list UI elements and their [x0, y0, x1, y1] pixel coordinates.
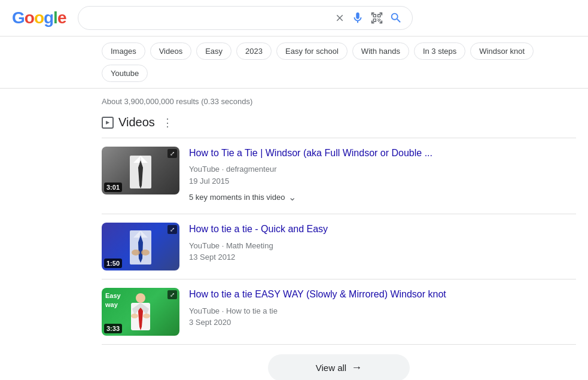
videos-header: Videos ⋮ [102, 115, 576, 129]
video-source-2: YouTube · Math Meeting [189, 240, 576, 252]
video-item-1: 3:01 ⤢ How to Tie a Tie | Windsor (aka F… [102, 138, 576, 214]
expand-icon-3[interactable]: ⤢ [167, 290, 177, 299]
video-title-3[interactable]: How to tie a tie EASY WAY (Slowly & Mirr… [189, 288, 576, 301]
video-item-3: Easyway 3:33 ⤢ How to tie a tie EASY WAY… [102, 279, 576, 344]
key-moments-chevron: ⌄ [288, 191, 296, 203]
video-thumb-3[interactable]: Easyway 3:33 ⤢ [102, 288, 179, 336]
logo-e: e [57, 8, 66, 28]
logo-g2: g [44, 8, 53, 28]
svg-point-9 [132, 250, 140, 256]
expand-icon-1[interactable]: ⤢ [167, 149, 177, 158]
view-all-arrow-icon: → [351, 361, 362, 374]
filters-bar: Images Videos Easy 2023 Easy for school … [0, 37, 588, 89]
video-source-1: YouTube · defragmenteur [189, 163, 576, 175]
videos-more-icon[interactable]: ⋮ [162, 116, 173, 129]
filter-images[interactable]: Images [102, 42, 145, 60]
view-all-button[interactable]: View all → [268, 354, 410, 380]
clear-button[interactable] [334, 13, 345, 23]
svg-point-10 [141, 250, 150, 256]
key-moments[interactable]: 5 key moments in this video ⌄ [189, 187, 576, 205]
video-section-icon [102, 117, 114, 129]
video-duration-1: 3:01 [104, 183, 122, 192]
filter-windsor-knot[interactable]: Windsor knot [470, 42, 534, 60]
video-date-1: 19 Jul 2015 [189, 175, 576, 187]
video-duration-3: 3:33 [104, 324, 122, 333]
filter-videos[interactable]: Videos [150, 42, 192, 60]
logo-o2: o [34, 8, 44, 28]
image-search-button[interactable] [370, 11, 383, 25]
expand-icon-2[interactable]: ⤢ [167, 225, 177, 234]
search-button[interactable] [389, 11, 403, 25]
filter-in-3-steps[interactable]: In 3 steps [414, 42, 465, 60]
search-input[interactable]: how to tie a tie [88, 13, 328, 23]
logo-o1: o [25, 8, 34, 28]
key-moments-text: 5 key moments in this video [189, 193, 285, 202]
video-title-2[interactable]: How to tie a tie - Quick and Easy [189, 223, 576, 236]
video-duration-2: 1:50 [104, 259, 122, 268]
video-meta-3: YouTube · How to tie a tie 3 Sept 2020 [189, 305, 576, 329]
filter-with-hands[interactable]: With hands [352, 42, 409, 60]
svg-point-17 [143, 314, 150, 318]
google-logo: G o o g l e [12, 8, 66, 28]
video-thumb-1[interactable]: 3:01 ⤢ [102, 147, 179, 194]
video-info-1: How to Tie a Tie | Windsor (aka Full Win… [189, 147, 576, 205]
video-meta-1: YouTube · defragmenteur 19 Jul 2015 [189, 163, 576, 187]
logo-g: G [12, 8, 25, 28]
svg-point-16 [131, 314, 138, 318]
video-item-2: 1:50 ⤢ How to tie a tie - Quick and Easy… [102, 214, 576, 279]
view-all-label: View all [316, 363, 346, 373]
svg-point-11 [136, 293, 145, 303]
video-info-2: How to tie a tie - Quick and Easy YouTub… [189, 223, 576, 263]
voice-search-button[interactable] [351, 11, 364, 25]
filter-2023[interactable]: 2023 [236, 42, 272, 60]
view-all-section: View all → [102, 344, 576, 380]
filter-easy-for-school[interactable]: Easy for school [276, 42, 348, 60]
videos-section-title: Videos [118, 115, 155, 129]
filter-easy[interactable]: Easy [196, 42, 231, 60]
search-icons [334, 11, 403, 25]
video-date-3: 3 Sept 2020 [189, 317, 576, 329]
video-meta-2: YouTube · Math Meeting 13 Sept 2012 [189, 240, 576, 263]
search-bar: how to tie a tie [78, 6, 413, 30]
video-source-3: YouTube · How to tie a tie [189, 305, 576, 317]
video-title-1[interactable]: How to Tie a Tie | Windsor (aka Full Win… [189, 147, 576, 160]
results-area: About 3,900,000,000 results (0.33 second… [0, 89, 588, 380]
filter-youtube[interactable]: Youtube [102, 65, 148, 82]
video-date-2: 13 Sept 2012 [189, 251, 576, 263]
easy-way-label: Easyway [105, 291, 121, 309]
video-info-3: How to tie a tie EASY WAY (Slowly & Mirr… [189, 288, 576, 328]
results-count: About 3,900,000,000 results (0.33 second… [102, 97, 576, 106]
logo-l: l [53, 8, 57, 28]
video-thumb-2[interactable]: 1:50 ⤢ [102, 223, 179, 270]
header: G o o g l e how to tie a tie [0, 0, 588, 37]
